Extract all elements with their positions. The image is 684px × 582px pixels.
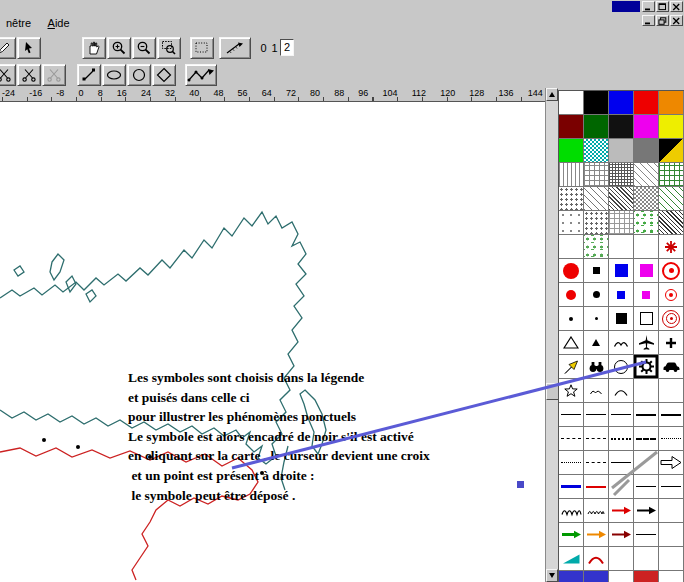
empty-cell[interactable] <box>634 235 659 259</box>
pen-tool-button[interactable] <box>0 37 16 59</box>
color-swatch[interactable] <box>559 115 584 139</box>
pattern-swatch[interactable] <box>559 163 584 187</box>
scroll-up-button[interactable] <box>546 88 558 101</box>
circle-symbol[interactable] <box>559 259 584 283</box>
line-style-sample[interactable] <box>659 475 684 499</box>
color-swatch[interactable] <box>634 571 659 582</box>
grid-selection-button[interactable] <box>190 37 214 59</box>
pattern-swatch[interactable] <box>659 187 684 211</box>
line-style-sample[interactable] <box>609 427 634 451</box>
circle-outline-symbol[interactable] <box>609 355 634 379</box>
zoom-level-0[interactable]: 0 <box>258 42 269 54</box>
line-style-sample[interactable] <box>659 403 684 427</box>
airplane-symbol[interactable] <box>634 331 659 355</box>
color-swatch[interactable] <box>659 91 684 115</box>
line-style-sample[interactable] <box>659 427 684 451</box>
vertical-scrollbar[interactable] <box>545 88 558 582</box>
pattern-swatch[interactable] <box>584 235 609 259</box>
bird-symbol[interactable] <box>609 331 634 355</box>
color-swatch[interactable] <box>634 115 659 139</box>
square-symbol[interactable] <box>609 307 634 331</box>
square-symbol[interactable] <box>609 283 634 307</box>
wave-line-sample[interactable] <box>559 499 584 523</box>
line-style-sample[interactable] <box>609 451 634 475</box>
pattern-swatch[interactable] <box>609 187 634 211</box>
zoom-level-1[interactable]: 1 <box>269 42 280 54</box>
arrow-style-sample[interactable] <box>609 523 634 547</box>
zoom-out-button[interactable] <box>132 37 156 59</box>
triangle-symbol[interactable] <box>584 331 609 355</box>
circle-symbol[interactable] <box>559 283 584 307</box>
binoculars-symbol[interactable] <box>584 355 609 379</box>
circle-symbol[interactable] <box>559 307 584 331</box>
triangle-outline-symbol[interactable] <box>559 331 584 355</box>
menu-item-fenetre[interactable]: nêtre <box>0 13 37 29</box>
line-style-sample[interactable] <box>559 427 584 451</box>
color-swatch[interactable] <box>634 91 659 115</box>
empty-cell[interactable] <box>659 379 684 403</box>
pattern-swatch[interactable] <box>584 139 609 163</box>
line-tool-button[interactable] <box>77 64 101 86</box>
bird-symbol[interactable] <box>584 379 609 403</box>
big-arrow-symbol[interactable] <box>659 451 684 475</box>
circle-symbol[interactable] <box>584 283 609 307</box>
empty-cell[interactable] <box>659 571 684 582</box>
diagonal-line-sample[interactable] <box>609 475 634 499</box>
pattern-swatch[interactable] <box>559 211 584 235</box>
empty-cell[interactable] <box>659 523 684 547</box>
color-swatch[interactable] <box>609 91 634 115</box>
polyline-arrow-tool-button[interactable] <box>185 64 217 86</box>
mdi-minimize-button[interactable] <box>642 15 655 26</box>
line-style-sample[interactable] <box>584 403 609 427</box>
color-swatch[interactable] <box>584 91 609 115</box>
pattern-swatch[interactable] <box>609 163 634 187</box>
concentric-circles-symbol[interactable] <box>659 307 684 331</box>
empty-cell[interactable] <box>634 451 659 475</box>
line-style-sample[interactable] <box>634 403 659 427</box>
circle-tool-button[interactable] <box>127 64 151 86</box>
line-style-sample[interactable] <box>559 451 584 475</box>
pattern-swatch[interactable] <box>634 163 659 187</box>
scroll-down-button[interactable] <box>546 569 558 582</box>
color-swatch[interactable] <box>584 571 609 582</box>
line-style-sample[interactable] <box>559 403 584 427</box>
zoom-level-2[interactable]: 2 <box>280 39 294 56</box>
cut-tool-button-disabled[interactable] <box>42 64 66 86</box>
red-star-symbol[interactable] <box>659 235 684 259</box>
measure-tool-button[interactable] <box>219 37 251 59</box>
arrow-style-sample[interactable] <box>584 523 609 547</box>
line-style-sample[interactable] <box>634 475 659 499</box>
pattern-swatch[interactable] <box>609 211 634 235</box>
bullseye-symbol[interactable] <box>659 283 684 307</box>
pattern-swatch[interactable] <box>659 139 684 163</box>
car-symbol[interactable] <box>659 355 684 379</box>
color-swatch[interactable] <box>559 571 584 582</box>
zoom-window-button[interactable] <box>157 37 181 59</box>
yellow-flag-symbol[interactable] <box>559 355 584 379</box>
color-swatch[interactable] <box>634 139 659 163</box>
empty-cell[interactable] <box>609 571 634 582</box>
diamond-tool-button[interactable] <box>152 64 176 86</box>
empty-cell[interactable] <box>659 547 684 571</box>
pattern-swatch[interactable] <box>659 211 684 235</box>
color-swatch[interactable] <box>559 91 584 115</box>
empty-cell[interactable] <box>659 499 684 523</box>
color-swatch[interactable] <box>609 139 634 163</box>
color-swatch[interactable] <box>559 139 584 163</box>
arrow-style-sample[interactable] <box>559 523 584 547</box>
line-style-sample[interactable] <box>634 523 659 547</box>
arc-symbol[interactable] <box>609 379 634 403</box>
select-tool-button[interactable] <box>17 37 41 59</box>
square-symbol[interactable] <box>634 283 659 307</box>
circle-symbol[interactable] <box>584 307 609 331</box>
pattern-swatch[interactable] <box>559 187 584 211</box>
maximize-button[interactable] <box>656 1 669 12</box>
star-outline-symbol[interactable] <box>559 379 584 403</box>
pan-tool-button[interactable] <box>82 37 106 59</box>
gear-symbol[interactable] <box>634 355 659 379</box>
minimize-button[interactable] <box>642 1 655 12</box>
menu-item-aide[interactable]: Aide <box>42 13 76 29</box>
line-style-sample[interactable] <box>609 403 634 427</box>
wedge-symbol[interactable] <box>559 547 584 571</box>
close-button[interactable] <box>670 1 683 12</box>
